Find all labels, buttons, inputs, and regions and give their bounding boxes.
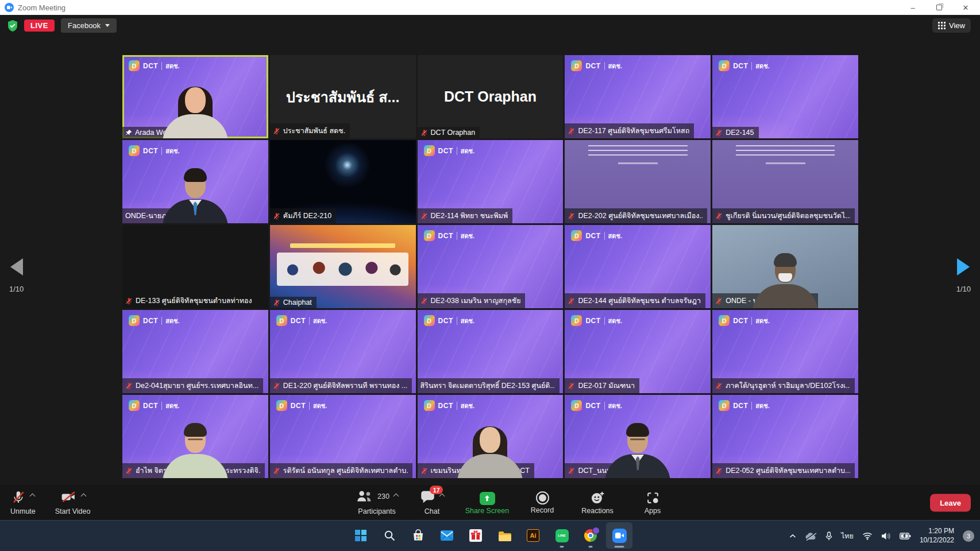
zoom-taskbar-icon[interactable] — [606, 522, 632, 549]
unmute-button[interactable]: Unmute — [8, 488, 38, 517]
participant-name-label: รติรัตน์ อนันทกูล ศูนย์ดิจิทัลเทศบาลตำบ.… — [270, 463, 412, 478]
participant-tile[interactable]: DDCTสดช.รติรัตน์ อนันทกูล ศูนย์ดิจิทัลเท… — [270, 395, 416, 478]
apps-button[interactable]: Apps — [625, 490, 680, 516]
leave-button[interactable]: Leave — [930, 494, 971, 511]
notification-count-badge[interactable]: 3 — [963, 530, 974, 542]
participants-button[interactable]: 230 Participants — [349, 488, 404, 517]
previous-page-arrow-icon[interactable] — [10, 258, 23, 276]
participant-tile[interactable]: DDCTสดช.เขมนรินทร์ รัตนาอัมพวัลย์_DCT — [418, 395, 564, 478]
participant-tile[interactable]: DDCTสดช.DE2-144 ศูนย์ดิจิทัลชุมชน ตำบลจร… — [565, 225, 711, 308]
onedrive-offline-icon[interactable] — [805, 532, 817, 541]
participant-tile[interactable]: DDCTสดช.DE2-052 ศูนย์ดิจิทัลชุมชนเทศบาลต… — [712, 395, 858, 478]
audio-options-caret[interactable] — [30, 494, 36, 499]
chrome-taskbar-icon[interactable] — [577, 522, 604, 549]
search-taskbar-icon[interactable] — [376, 522, 403, 549]
reactions-button[interactable]: Reactions — [570, 489, 625, 516]
participant-name-label: DE2-144 ศูนย์ดิจิทัลชุมชน ตำบลจรัษฎา — [565, 293, 705, 308]
participant-name: DE-133 ศูนย์ดิจิทัลชุมชนตำบลท่าทอง — [136, 295, 252, 306]
participant-tile[interactable]: DDCTสดช.อำไพ จิตรแจ่มใส ผู้ช่วยปลัดกระทร… — [122, 395, 268, 478]
dct-logo-icon: D — [424, 145, 435, 156]
muted-mic-icon — [568, 212, 575, 220]
adobe-illustrator-taskbar-icon[interactable]: Ai — [520, 522, 546, 549]
participant-tile[interactable]: DDCTสดช.DE2-017 มัณฑนา — [565, 310, 711, 393]
input-language-indicator[interactable]: ไทย — [841, 530, 854, 542]
file-explorer-taskbar-icon[interactable] — [491, 522, 518, 549]
unmute-label: Unmute — [10, 507, 36, 515]
participant-tile[interactable]: DDCTสดช.DCT_นนทวัตต์ สาระมาน — [565, 395, 711, 478]
participant-tile[interactable]: DDCTสดช.De2-041สุมายา ศูนย์ฯร.รเทศบาลอิน… — [122, 310, 268, 393]
participant-name-label: DE-133 ศูนย์ดิจิทัลชุมชนตำบลท่าทอง — [122, 293, 257, 308]
close-icon[interactable]: ✕ — [962, 3, 970, 12]
muted-mic-icon — [125, 467, 133, 475]
video-options-caret[interactable] — [81, 494, 87, 499]
muted-mic-icon — [11, 490, 26, 505]
battery-charging-icon[interactable] — [900, 533, 911, 540]
dct-logo-icon: D — [276, 400, 287, 411]
participant-name-label: ประชาสัมพันธ์ สดช. — [270, 123, 350, 138]
next-page-control[interactable]: 1/10 — [956, 258, 971, 293]
muted-mic-icon — [715, 129, 723, 137]
chat-button[interactable]: 17 Chat — [404, 488, 460, 517]
previous-page-control[interactable]: 1/10 — [9, 258, 24, 293]
participant-tile[interactable]: ONDE - นายพฤฒิพงศ์ พัวศิริ — [712, 225, 858, 308]
poster-content — [277, 253, 408, 286]
participant-tile[interactable]: ชูเกียรติ นิ่มนวน/ศูนย์ดิจิตอลชุมชนวัดไ.… — [712, 140, 858, 223]
stream-target-dropdown[interactable]: Facebook — [61, 18, 117, 33]
participant-name-label: ชูเกียรติ นิ่มนวน/ศูนย์ดิจิตอลชุมชนวัดไ.… — [712, 208, 855, 223]
participant-tile[interactable]: DDCTสดช.สิรินทรา จิตเมตตาบริสุทธิ์ DE2-1… — [418, 310, 564, 393]
meeting-toolbar: Unmute Start Video 230 Participants — [0, 485, 980, 520]
encryption-shield-icon[interactable] — [7, 20, 18, 34]
participant-tile[interactable]: DDCTสดช.ภาคใต้/นุรฮูดาห์ ราฮิมมูลา/DE102… — [712, 310, 858, 393]
dct-logo-icon: D — [719, 400, 730, 411]
muted-mic-icon — [715, 382, 723, 390]
participant-tile[interactable]: DDCTสดช.DE1-220 ศูนย์ดิจิทัลพรานที พรานท… — [270, 310, 416, 393]
participant-tile[interactable]: DE-133 ศูนย์ดิจิทัลชุมชนตำบลท่าทอง — [122, 225, 268, 308]
muted-mic-icon — [420, 212, 428, 220]
muted-mic-icon — [568, 382, 575, 390]
participant-name-label: DE2-114 พิทยา ชนะพิมพ์ — [418, 208, 513, 223]
participants-caret[interactable] — [393, 494, 399, 499]
participant-tile[interactable]: DE2-202 ศูนย์ดิจิทัลชุมชนเทศบาลเมือง... — [565, 140, 711, 223]
participant-tile[interactable]: DDCTสดช.DE2-038 เมษริน หาญสกุลชัย — [418, 225, 564, 308]
line-taskbar-icon[interactable]: LINE — [549, 522, 575, 549]
participant-tile[interactable]: ประชาสัมพันธ์ ส...ประชาสัมพันธ์ สดช. — [270, 55, 416, 138]
view-button[interactable]: View — [932, 18, 971, 33]
gift-app-taskbar-icon[interactable] — [462, 522, 489, 549]
participant-tile[interactable]: DDCTสดช.DE2-117 ศูนย์ดิจิทัลชุมชนศรีมโหส… — [565, 55, 711, 138]
participant-silhouette — [122, 55, 268, 138]
chat-caret[interactable] — [439, 494, 445, 499]
speaker-icon[interactable] — [881, 532, 891, 540]
participant-name: DE1-220 ศูนย์ดิจิทัลพรานที พรานทอง ... — [283, 380, 407, 391]
next-page-arrow-icon[interactable] — [957, 258, 970, 276]
grid-view-icon — [938, 22, 946, 29]
wifi-icon[interactable] — [862, 532, 873, 540]
tray-date: 10/12/2022 — [920, 536, 954, 544]
dct-onde-logo: DDCTสดช. — [276, 400, 327, 411]
microsoft-store-taskbar-icon[interactable] — [405, 522, 431, 549]
windows-start-taskbar-icon[interactable] — [348, 522, 374, 549]
tray-chevron-up-icon[interactable] — [789, 534, 796, 538]
record-button[interactable]: Record — [515, 490, 570, 515]
participant-tile[interactable]: DDCTสดช.DE2-145 — [712, 55, 858, 138]
clock[interactable]: 1:20 PM 10/12/2022 — [920, 527, 954, 545]
minimize-icon[interactable]: – — [909, 3, 917, 12]
participant-tile[interactable]: DDCTสดช.DE2-114 พิทยา ชนะพิมพ์ — [418, 140, 564, 223]
share-screen-button[interactable]: Share Screen — [460, 490, 515, 516]
participant-tile[interactable]: DCT OraphanDCT Oraphan — [418, 55, 564, 138]
participant-name: DE2-114 พิทยา ชนะพิมพ์ — [431, 210, 508, 222]
dct-onde-logo: DDCTสดช. — [719, 60, 770, 71]
participant-tile[interactable]: Chaiphat — [270, 225, 416, 308]
restore-icon[interactable] — [936, 5, 942, 10]
participant-tile[interactable]: DDCTสดช.ONDE-นายภุชพงค์ โนดไธสง — [122, 140, 268, 223]
dct-logo-icon: D — [129, 315, 140, 326]
start-video-button[interactable]: Start Video — [53, 488, 93, 517]
participant-tile[interactable]: DDCTสดช.Arada Wongamphaiwit — [122, 55, 268, 138]
participant-name: DE2-202 ศูนย์ดิจิทัลชุมชนเทศบาลเมือง... — [578, 210, 703, 222]
participant-tile[interactable]: คัมภีร์ DE2-210 — [270, 140, 416, 223]
participant-name: DE2-145 — [726, 129, 754, 137]
muted-mic-icon — [715, 212, 723, 220]
dct-logo-icon: D — [424, 230, 435, 241]
reactions-icon — [590, 490, 605, 505]
mail-taskbar-icon[interactable] — [434, 522, 460, 549]
tray-mic-icon[interactable] — [825, 531, 832, 541]
